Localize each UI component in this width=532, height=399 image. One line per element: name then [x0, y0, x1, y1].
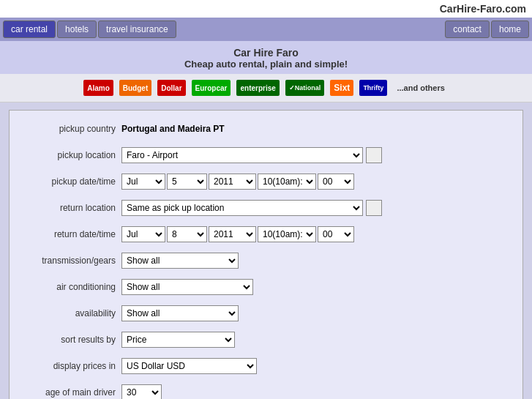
site-title: Car Hire Faro	[0, 47, 532, 59]
return-location-row: return location Same as pick up location	[15, 198, 511, 217]
site-subtitle: Cheap auto rental, plain and simple!	[0, 59, 532, 70]
transmission-select[interactable]: Show all	[121, 253, 239, 269]
brands-bar: Alamo Budget Dollar Europcar enterprise …	[0, 74, 532, 102]
brand-others: ...and others	[393, 80, 448, 96]
pickup-location-select[interactable]: Faro - Airport	[121, 147, 363, 163]
return-min-select[interactable]: 00	[318, 226, 354, 242]
brand-thrifty[interactable]: Thrifty	[359, 80, 387, 96]
brand-dollar[interactable]: Dollar	[157, 80, 185, 96]
pickup-min-select[interactable]: 00	[318, 174, 354, 190]
home-button[interactable]: home	[491, 20, 529, 38]
sort-label: sort results by	[15, 335, 121, 345]
brand-enterprise[interactable]: enterprise	[236, 80, 279, 96]
pickup-year-select[interactable]: 2011	[209, 174, 256, 190]
age-label: age of main driver	[15, 387, 121, 398]
return-datetime-row: return date/time Jul 8 2011 10(10am): 00	[15, 225, 511, 244]
availability-select[interactable]: Show all	[121, 305, 239, 321]
pickup-datetime-row: pickup date/time Jul 5 2011 10(10am): 00	[15, 172, 511, 191]
ac-row: air conditioning Show all	[15, 277, 511, 297]
return-hour-select[interactable]: 10(10am):	[258, 226, 316, 242]
sort-select[interactable]: Price	[121, 332, 235, 348]
return-location-label: return location	[15, 203, 121, 213]
return-month-select[interactable]: Jul	[121, 226, 165, 242]
pickup-datetime-label: pickup date/time	[15, 176, 121, 187]
return-day-select[interactable]: 8	[167, 226, 207, 242]
return-datetime-group: Jul 8 2011 10(10am): 00	[121, 226, 354, 242]
age-select[interactable]: 30	[121, 384, 162, 399]
transmission-label: transmission/gears	[15, 256, 121, 266]
site-header: Car Hire Faro Cheap auto rental, plain a…	[0, 41, 532, 74]
transmission-row: transmission/gears Show all	[15, 251, 511, 270]
availability-label: availability	[15, 308, 121, 318]
pickup-country-row: pickup country Portugal and Madeira PT	[15, 119, 511, 138]
return-datetime-label: return date/time	[15, 229, 121, 239]
return-year-select[interactable]: 2011	[209, 226, 256, 242]
tab-travel-insurance[interactable]: travel insurance	[98, 20, 176, 38]
pickup-country-value: Portugal and Madeira PT	[121, 124, 225, 134]
return-location-colorbox[interactable]	[366, 200, 382, 216]
nav-bar: car rental hotels travel insurance conta…	[0, 18, 532, 41]
tab-hotels[interactable]: hotels	[57, 20, 97, 38]
pickup-day-select[interactable]: 5	[167, 174, 207, 190]
currency-select[interactable]: US Dollar USD	[121, 358, 257, 374]
pickup-month-select[interactable]: Jul	[121, 174, 165, 190]
pickup-location-label: pickup location	[15, 150, 121, 160]
pickup-location-row: pickup location Faro - Airport	[15, 146, 511, 165]
main-form: pickup country Portugal and Madeira PT p…	[9, 110, 523, 399]
pickup-datetime-group: Jul 5 2011 10(10am): 00	[121, 174, 354, 190]
pickup-location-colorbox[interactable]	[366, 147, 382, 163]
availability-row: availability Show all	[15, 304, 511, 323]
pickup-country-label: pickup country	[15, 124, 121, 134]
brand-sixt[interactable]: Sixt	[330, 80, 353, 96]
age-row: age of main driver 30	[15, 383, 511, 399]
display-row: display prices in US Dollar USD	[15, 357, 511, 376]
return-location-select[interactable]: Same as pick up location	[121, 200, 363, 216]
tab-car-rental[interactable]: car rental	[3, 20, 56, 38]
display-label: display prices in	[15, 361, 121, 371]
sort-row: sort results by Price	[15, 330, 511, 349]
ac-label: air conditioning	[15, 282, 121, 292]
contact-button[interactable]: contact	[445, 20, 490, 38]
nav-buttons: contact home	[445, 20, 529, 38]
brand-budget[interactable]: Budget	[119, 80, 151, 96]
ac-select[interactable]: Show all	[121, 279, 253, 295]
brand-national[interactable]: ✓National	[285, 80, 325, 96]
brand-name: CarHire-Faro.com	[440, 3, 526, 15]
nav-tabs: car rental hotels travel insurance	[3, 20, 443, 38]
top-bar: CarHire-Faro.com	[0, 0, 532, 18]
brand-europcar[interactable]: Europcar	[192, 80, 231, 96]
pickup-hour-select[interactable]: 10(10am):	[258, 174, 316, 190]
brand-alamo[interactable]: Alamo	[83, 80, 113, 96]
